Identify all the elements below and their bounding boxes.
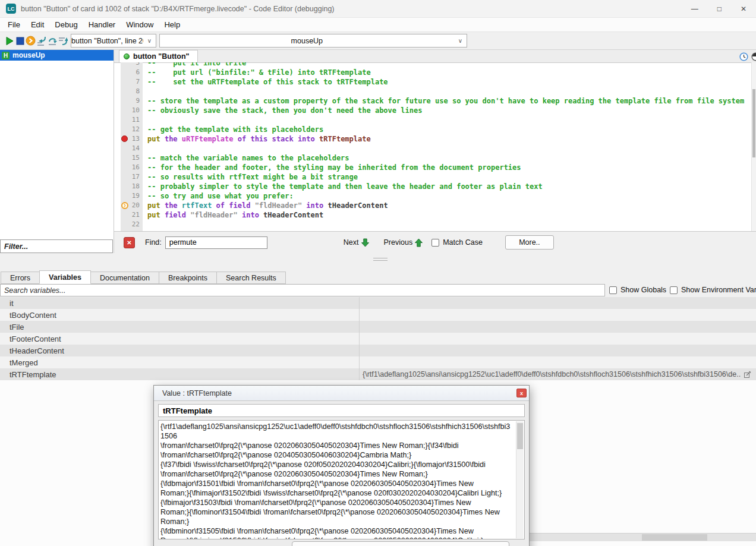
tab-errors[interactable]: Errors (1, 272, 40, 284)
variable-row-tRTFtemplate[interactable]: tRTFtemplate{\rtf1\adeflang1025\ansi\ans… (0, 368, 756, 380)
tab-variables[interactable]: Variables (39, 270, 91, 284)
menu-edit[interactable]: Edit (26, 20, 49, 29)
step-over-icon (47, 36, 57, 46)
handler-item-mouseUp[interactable]: HmouseUp (0, 50, 114, 61)
handler-dropdown[interactable]: mouseUp ∨ (159, 34, 467, 48)
hscrollbar-thumb[interactable] (642, 534, 707, 541)
menu-handler[interactable]: Handler (83, 20, 121, 29)
menu-debug[interactable]: Debug (49, 20, 83, 29)
dialog-close-button[interactable]: x (516, 389, 527, 397)
code-line-13[interactable]: 13put the uRTFtemplate of this stack int… (114, 134, 751, 144)
line-number[interactable]: 14 (121, 144, 143, 153)
edit-value-icon[interactable] (744, 371, 751, 378)
match-case-checkbox[interactable] (431, 239, 439, 247)
find-next-button[interactable]: Next (344, 238, 369, 247)
code-line-7[interactable]: 7-- set the uRTFtemplate of this stack t… (114, 77, 751, 87)
line-number[interactable]: 8 (121, 87, 143, 96)
debug-stop-button[interactable] (15, 34, 25, 48)
dialog-vscrollbar-thumb[interactable] (517, 423, 523, 449)
dialog-bottom-button[interactable] (292, 541, 509, 546)
code-line-11[interactable]: 11 (114, 115, 751, 125)
script-context-dropdown[interactable]: button "Button", line 20 ∨ (71, 34, 156, 48)
code-line-5[interactable]: 5-- put it into tFile (114, 62, 751, 68)
variable-name-field[interactable] (158, 404, 525, 417)
line-number[interactable]: 11 (121, 115, 143, 125)
close-button[interactable]: ✕ (741, 5, 746, 13)
code-line-15[interactable]: 15-- match the variable names to the pla… (114, 153, 751, 163)
code-line-17[interactable]: 17-- so results with rtfText might be a … (114, 172, 751, 182)
line-number[interactable]: 6 (121, 68, 143, 77)
code-line-20[interactable]: 20❯put the rtfText of field "fldHeader" … (114, 201, 751, 210)
line-number[interactable]: 17 (121, 172, 143, 182)
variable-row-tBodyContent[interactable]: tBodyContent (0, 309, 756, 321)
code-area[interactable]: 5-- put it into tFile6-- put url ("binfi… (114, 62, 751, 231)
line-number[interactable]: 15 (121, 153, 143, 163)
code-line-10[interactable]: 10-- obviously save the stack, then you … (114, 106, 751, 115)
script-tab[interactable]: button "Button" (119, 50, 198, 62)
line-number[interactable]: 10 (121, 106, 143, 115)
variable-name: tBodyContent (0, 311, 359, 320)
code-line-9[interactable]: 9-- store the template as a custom prope… (114, 96, 751, 106)
code-line-21[interactable]: 21put field "fldHeader" into tHeaderCont… (114, 210, 751, 220)
line-number[interactable]: 22 (121, 220, 143, 229)
handler-filter-input[interactable] (0, 239, 113, 253)
history-clock-icon[interactable] (739, 52, 748, 61)
find-input[interactable] (165, 236, 267, 249)
line-number[interactable]: 16 (121, 163, 143, 172)
breakpoint-icon[interactable] (121, 135, 128, 142)
more-button[interactable]: More.. (505, 235, 554, 250)
menu-file[interactable]: File (2, 20, 26, 29)
tab-breakpoints[interactable]: Breakpoints (159, 272, 217, 284)
code-vscrollbar[interactable] (751, 62, 756, 231)
debug-continue-button[interactable] (4, 34, 14, 48)
debug-abort-button[interactable] (26, 34, 36, 48)
variable-row-tMerged[interactable]: tMerged (0, 356, 756, 368)
variable-row-tHeaderContent[interactable]: tHeaderContent (0, 345, 756, 356)
menu-help[interactable]: Help (159, 20, 185, 29)
line-number[interactable]: 18 (121, 182, 143, 191)
menu-window[interactable]: Window (121, 20, 159, 29)
line-number[interactable]: 21 (121, 210, 143, 220)
variable-row-it[interactable]: it (0, 297, 756, 309)
step-into-button[interactable] (36, 34, 46, 48)
code-line-16[interactable]: 16-- for the header and footer, the styl… (114, 163, 751, 172)
code-line-6[interactable]: 6-- put url ("binfile:" & tFile) into tR… (114, 68, 751, 77)
find-previous-button[interactable]: Previous (384, 238, 423, 247)
variables-search-input[interactable] (0, 284, 605, 296)
step-over-button[interactable] (47, 34, 57, 48)
variable-row-tFooterContent[interactable]: tFooterContent (0, 333, 756, 345)
minimize-button[interactable]: — (691, 5, 698, 13)
code-line-18[interactable]: 18-- probably simpler to style the templ… (114, 182, 751, 191)
apply-icon[interactable] (751, 52, 756, 61)
code-vscrollbar-thumb[interactable] (752, 89, 755, 157)
line-number[interactable]: 13 (121, 134, 143, 144)
tab-documentation[interactable]: Documentation (90, 272, 159, 284)
hscrollbar[interactable] (518, 533, 756, 541)
pane-splitter-grip[interactable] (373, 258, 388, 263)
step-out-button[interactable] (58, 34, 68, 48)
tab-search-results[interactable]: Search Results (216, 272, 286, 284)
line-number[interactable]: 9 (121, 96, 143, 106)
maximize-button[interactable]: □ (717, 5, 722, 13)
dialog-vscrollbar[interactable] (516, 421, 524, 538)
show-globals-option[interactable]: Show Globals (609, 286, 666, 294)
show-globals-checkbox[interactable] (609, 286, 617, 294)
code-line-12[interactable]: 12-- get the template with its placehold… (114, 125, 751, 134)
code-line-14[interactable]: 14 (114, 144, 751, 153)
code-line-22[interactable]: 22 (114, 220, 751, 229)
variable-row-tFile[interactable]: tFile (0, 321, 756, 333)
script-tabbar: button "Button" (114, 50, 756, 63)
code-line-8[interactable]: 8 (114, 87, 751, 96)
code-text (143, 220, 147, 229)
line-number[interactable]: 5 (121, 62, 143, 68)
value-textarea[interactable]: {\rtf1\adeflang1025\ansi\ansicpg1252\uc1… (158, 420, 525, 539)
line-number[interactable]: 20❯ (121, 201, 143, 210)
find-close-button[interactable]: ✕ (124, 237, 135, 248)
line-number[interactable]: 7 (121, 77, 143, 87)
line-number[interactable]: 12 (121, 125, 143, 134)
line-number[interactable]: 19 (121, 191, 143, 201)
show-env-checkbox[interactable] (670, 286, 678, 294)
dialog-titlebar[interactable]: Value : tRTFtemplate (154, 386, 529, 401)
show-env-option[interactable]: Show Environment Vars (670, 286, 756, 294)
code-line-19[interactable]: 19-- so try and use what you prefer: (114, 191, 751, 201)
